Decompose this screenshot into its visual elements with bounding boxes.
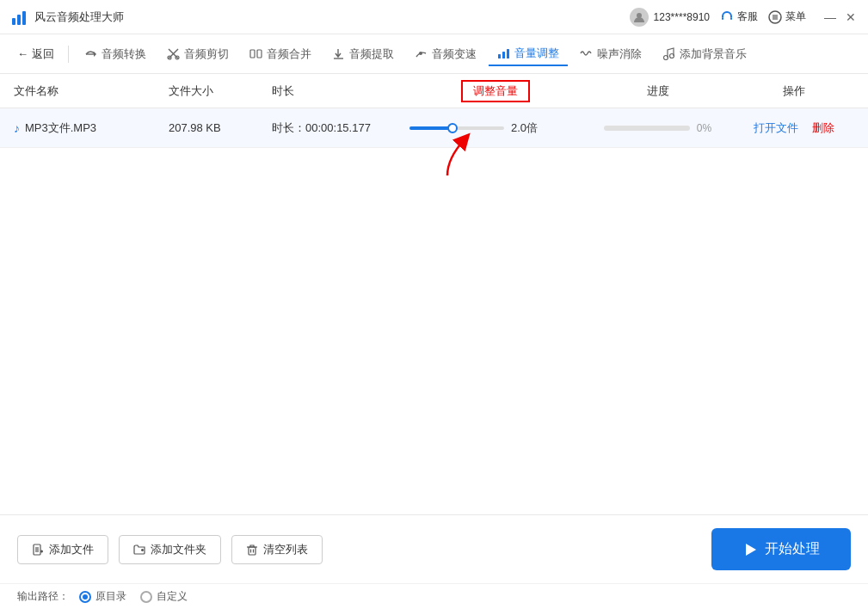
output-path-label: 输出路径： bbox=[17, 589, 69, 604]
play-icon bbox=[742, 542, 758, 557]
radio-custom[interactable]: 自定义 bbox=[140, 589, 188, 604]
back-button[interactable]: ← 返回 bbox=[10, 43, 61, 65]
menu-btn[interactable]: 菜单 bbox=[768, 9, 806, 24]
service-btn[interactable]: 客服 bbox=[720, 9, 758, 24]
user-id: 123****8910 bbox=[654, 11, 710, 23]
nav-label-noise: 噪声消除 bbox=[597, 46, 642, 62]
svg-point-18 bbox=[419, 52, 422, 55]
add-file-button[interactable]: 添加文件 bbox=[17, 535, 108, 564]
add-file-icon bbox=[32, 544, 44, 556]
bgm-icon bbox=[662, 47, 675, 60]
output-radio-group: 原目录 自定义 bbox=[79, 589, 188, 604]
logo-icon bbox=[10, 8, 29, 27]
window-controls: — ✕ bbox=[823, 10, 858, 24]
app-title: 风云音频处理大师 bbox=[34, 9, 124, 25]
svg-rect-4 bbox=[722, 17, 723, 20]
svg-rect-2 bbox=[22, 11, 26, 25]
service-label: 客服 bbox=[737, 9, 758, 24]
add-folder-icon bbox=[133, 544, 145, 556]
nav-label-convert: 音频转换 bbox=[102, 46, 146, 62]
th-adjust-box: 调整音量 bbox=[461, 80, 530, 102]
clear-list-icon bbox=[246, 544, 258, 556]
start-label: 开始处理 bbox=[765, 540, 820, 558]
convert-icon bbox=[84, 47, 97, 60]
table-row: ♪ MP3文件.MP3 207.98 KB 时长：00:00:15.177 2.… bbox=[0, 108, 868, 148]
radio-custom-label: 自定义 bbox=[157, 589, 188, 604]
svg-rect-21 bbox=[507, 49, 509, 58]
slider-fill bbox=[409, 126, 452, 130]
headset-icon bbox=[720, 10, 734, 24]
slider-track bbox=[409, 126, 504, 130]
file-progress-cell: 0% bbox=[582, 122, 734, 134]
slider-thumb[interactable] bbox=[447, 123, 458, 133]
th-adjust: 调整音量 bbox=[409, 80, 582, 102]
menu-label: 菜单 bbox=[785, 9, 806, 24]
file-list: ♪ MP3文件.MP3 207.98 KB 时长：00:00:15.177 2.… bbox=[0, 108, 868, 514]
nav-label-cut: 音频剪切 bbox=[184, 46, 229, 62]
menu-icon bbox=[768, 10, 782, 24]
radio-custom-dot bbox=[140, 591, 152, 603]
nav-item-change[interactable]: 音频变速 bbox=[406, 43, 485, 65]
start-process-button[interactable]: 开始处理 bbox=[711, 528, 851, 570]
nav-item-extract[interactable]: 音频提取 bbox=[323, 43, 403, 65]
nav-item-cut[interactable]: 音频剪切 bbox=[158, 43, 237, 65]
bottom-left-actions: 添加文件 添加文件夹 清空列表 bbox=[17, 535, 323, 564]
delete-file-button[interactable]: 删除 bbox=[812, 120, 834, 136]
file-duration: 时长：00:00:15.177 bbox=[272, 120, 409, 136]
svg-marker-10 bbox=[94, 52, 96, 57]
slider-value: 2.0倍 bbox=[511, 120, 538, 136]
volume-slider[interactable] bbox=[409, 122, 504, 134]
progress-text: 0% bbox=[697, 122, 711, 134]
svg-rect-0 bbox=[12, 18, 15, 25]
table-header: 文件名称 文件大小 时长 调整音量 进度 操作 bbox=[0, 74, 868, 108]
nav-item-volume[interactable]: 音量调整 bbox=[489, 42, 568, 66]
cut-icon bbox=[167, 47, 180, 60]
close-button[interactable]: ✕ bbox=[844, 10, 858, 24]
extract-icon bbox=[332, 47, 345, 60]
arrow-annotation bbox=[439, 132, 482, 180]
svg-rect-19 bbox=[498, 54, 501, 58]
nav-label-volume: 音量调整 bbox=[514, 46, 559, 61]
avatar bbox=[630, 8, 649, 27]
add-folder-label: 添加文件夹 bbox=[151, 542, 206, 557]
add-folder-button[interactable]: 添加文件夹 bbox=[119, 535, 221, 564]
file-name-cell: ♪ MP3文件.MP3 bbox=[14, 120, 169, 136]
file-actions-cell: 打开文件 删除 bbox=[734, 120, 854, 136]
nav-label-change: 音频变速 bbox=[432, 46, 477, 62]
th-filename: 文件名称 bbox=[14, 83, 169, 99]
clear-list-button[interactable]: 清空列表 bbox=[231, 535, 323, 564]
title-bar: 风云音频处理大师 123****8910 客服 菜单 bbox=[0, 0, 868, 34]
file-size: 207.98 KB bbox=[169, 121, 272, 134]
svg-rect-5 bbox=[730, 17, 732, 20]
open-file-button[interactable]: 打开文件 bbox=[754, 120, 798, 136]
title-bar-right: 123****8910 客服 菜单 — ✕ bbox=[630, 8, 858, 27]
bottom-bar: 添加文件 添加文件夹 清空列表 开始处理 bbox=[0, 514, 868, 583]
svg-rect-15 bbox=[250, 50, 255, 58]
nav-bar: ← 返回 音频转换 音频剪切 音频合并 音频提取 音频变速 音量调整 噪声消除 bbox=[0, 34, 868, 74]
nav-item-noise[interactable]: 噪声消除 bbox=[571, 43, 650, 65]
volume-icon bbox=[497, 46, 510, 59]
nav-item-merge[interactable]: 音频合并 bbox=[241, 43, 320, 65]
svg-marker-37 bbox=[746, 544, 756, 556]
merge-icon bbox=[249, 47, 262, 60]
output-path-bar: 输出路径： 原目录 自定义 bbox=[0, 583, 868, 609]
file-adjust-cell: 2.0倍 bbox=[409, 120, 582, 136]
user-info[interactable]: 123****8910 bbox=[630, 8, 710, 27]
app-logo: 风云音频处理大师 bbox=[10, 8, 630, 27]
nav-label-bgm: 添加背景音乐 bbox=[680, 46, 747, 62]
svg-rect-1 bbox=[17, 15, 21, 25]
back-label: 返回 bbox=[32, 46, 54, 62]
th-duration: 时长 bbox=[272, 83, 409, 99]
file-name: MP3文件.MP3 bbox=[25, 120, 163, 136]
nav-divider-1 bbox=[68, 46, 69, 63]
radio-original[interactable]: 原目录 bbox=[79, 589, 126, 604]
svg-rect-20 bbox=[502, 52, 505, 58]
nav-label-extract: 音频提取 bbox=[349, 46, 394, 62]
nav-item-bgm[interactable]: 添加背景音乐 bbox=[654, 43, 755, 65]
th-size: 文件大小 bbox=[169, 83, 272, 99]
back-arrow-icon: ← bbox=[17, 47, 28, 60]
nav-item-convert[interactable]: 音频转换 bbox=[76, 43, 155, 65]
progress-bar-bg bbox=[604, 126, 690, 131]
minimize-button[interactable]: — bbox=[823, 10, 837, 24]
svg-rect-16 bbox=[257, 50, 262, 58]
